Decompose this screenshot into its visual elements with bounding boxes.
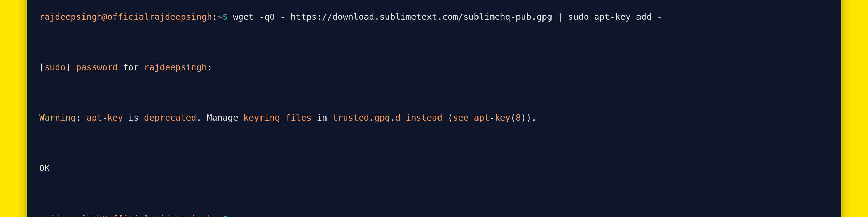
- prompt-user-host: rajdeepsingh@officialrajdeepsingh: [39, 214, 212, 217]
- terminal-line: Warning: apt-key is deprecated. Manage k…: [39, 112, 829, 124]
- terminal-line: rajdeepsingh@officialrajdeepsingh:~$ wge…: [39, 11, 829, 23]
- prompt-sep: :: [212, 214, 217, 217]
- prompt-user-host: rajdeepsingh@officialrajdeepsingh: [39, 12, 212, 22]
- terminal-window: rajdeepsingh@officialrajdeepsingh:~$ wge…: [27, 0, 841, 217]
- command-text: wget -qO - https://download.sublimetext.…: [233, 12, 662, 22]
- prompt-path: ~: [217, 12, 223, 22]
- prompt-dollar: $: [223, 12, 228, 22]
- prompt-sep: :: [212, 12, 217, 22]
- terminal-line: rajdeepsingh@officialrajdeepsingh:~$: [39, 212, 829, 217]
- terminal-line: OK: [39, 162, 829, 175]
- prompt-space: [228, 12, 233, 22]
- prompt-path: ~: [217, 214, 223, 217]
- ok-output: OK: [39, 163, 50, 173]
- terminal-body[interactable]: rajdeepsingh@officialrajdeepsingh:~$ wge…: [39, 0, 829, 217]
- prompt-dollar: $: [223, 214, 228, 217]
- terminal-line: [sudo] password for rajdeepsingh:: [39, 61, 829, 74]
